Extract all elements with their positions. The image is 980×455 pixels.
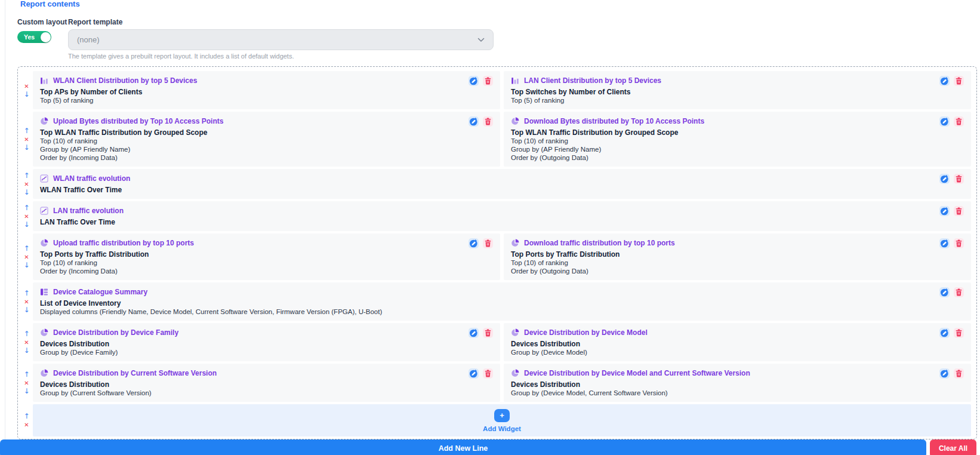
move-line-up-button[interactable]: ↑ (23, 371, 29, 379)
widget-detail: Group by (Device Model, Current Software… (511, 389, 964, 397)
move-line-down-button[interactable]: ↓ (23, 306, 29, 314)
edit-widget-button[interactable] (469, 116, 479, 127)
remove-line-button[interactable]: ✕ (24, 421, 29, 429)
move-line-down-button[interactable]: ↓ (23, 262, 29, 269)
edit-widget-button[interactable] (469, 238, 479, 248)
widget-title[interactable]: Device Catalogue Summary (53, 288, 147, 296)
clear-all-button[interactable]: Clear All (930, 439, 976, 455)
move-line-up-button[interactable]: ↑ (23, 413, 29, 420)
edit-widget-button[interactable] (939, 174, 950, 184)
widget-subtitle: List of Device Inventory (40, 299, 964, 308)
edit-widget-button[interactable] (469, 76, 479, 86)
move-line-down-button[interactable]: ↓ (23, 388, 29, 395)
delete-widget-button[interactable] (954, 238, 964, 248)
widget-title[interactable]: Download Bytes distributed by Top 10 Acc… (524, 117, 704, 125)
widget-card: Device Distribution by Current Software … (33, 364, 500, 402)
widget-title[interactable]: Device Distribution by Device Model (524, 328, 648, 337)
widget-title[interactable]: Upload traffic distribution by top 10 po… (53, 239, 194, 247)
pie-chart-icon (40, 239, 48, 247)
delete-widget-button[interactable] (483, 368, 493, 379)
line-chart-icon (40, 207, 48, 215)
widget-detail: Top (10) of ranking (40, 259, 493, 267)
delete-widget-button[interactable] (483, 76, 493, 86)
edit-widget-button[interactable] (939, 287, 950, 297)
move-line-down-button[interactable]: ↓ (23, 144, 29, 152)
add-widget-line: ↑ ✕ + Add Widget (20, 404, 971, 436)
widget-title[interactable]: Upload Bytes distributed by Top 10 Acces… (53, 117, 223, 125)
widget-card: Download Bytes distributed by Top 10 Acc… (504, 112, 971, 167)
widget-title[interactable]: Device Distribution by Device Family (53, 328, 178, 337)
edit-widget-button[interactable] (469, 328, 479, 338)
toggle-knob[interactable] (41, 32, 51, 42)
delete-widget-button[interactable] (483, 328, 493, 338)
delete-widget-button[interactable] (954, 206, 964, 216)
move-line-up-button[interactable]: ↑ (23, 127, 29, 135)
add-widget-label[interactable]: Add Widget (483, 425, 521, 432)
widget-subtitle: Top WLAN Traffic Distribution by Grouped… (40, 128, 493, 137)
widget-title[interactable]: Device Distribution by Current Software … (53, 369, 217, 377)
move-line-down-button[interactable]: ↓ (23, 189, 29, 196)
edit-widget-button[interactable] (939, 206, 950, 216)
report-contents-panel: Report contents Custom layout Report tem… (17, 0, 977, 439)
move-line-up-button[interactable]: ↑ (23, 330, 29, 338)
edit-widget-button[interactable] (939, 368, 950, 379)
move-line-up-button[interactable]: ↑ (23, 245, 29, 253)
widget-title[interactable]: LAN traffic evolution (53, 207, 124, 215)
move-line-up-button[interactable]: ↑ (23, 204, 29, 212)
remove-line-button[interactable]: ✕ (24, 379, 29, 387)
delete-widget-button[interactable] (954, 368, 964, 379)
remove-line-button[interactable]: ✕ (24, 82, 29, 90)
widget-subtitle: Devices Distribution (40, 340, 493, 348)
widget-card: WLAN traffic evolution WLAN Traffic Over… (33, 169, 971, 199)
move-line-up-button[interactable]: ↑ (23, 172, 29, 180)
delete-widget-button[interactable] (954, 287, 964, 297)
widget-subtitle: Top Switches by Number of Clients (511, 88, 964, 96)
report-widgets-container: ✕ ↓ WLAN Client Distribution by top 5 De… (17, 66, 977, 439)
widget-card: LAN traffic evolution LAN Traffic Over T… (33, 201, 971, 231)
toggle-on-label: Yes (17, 33, 35, 41)
remove-line-button[interactable]: ✕ (24, 136, 29, 143)
bar-chart-icon (511, 76, 519, 85)
delete-widget-button[interactable] (954, 76, 964, 86)
widget-card: Device Catalogue Summary List of Device … (33, 282, 971, 321)
edit-widget-button[interactable] (939, 328, 950, 338)
edit-widget-button[interactable] (469, 368, 479, 379)
widget-detail: Top (10) of ranking (40, 137, 493, 145)
delete-widget-button[interactable] (954, 116, 964, 127)
move-line-down-button[interactable]: ↓ (23, 221, 29, 229)
remove-line-button[interactable]: ✕ (24, 180, 29, 188)
remove-line-button[interactable]: ✕ (24, 253, 29, 261)
delete-widget-button[interactable] (954, 174, 964, 184)
widget-subtitle: Devices Distribution (40, 380, 493, 389)
add-new-line-button[interactable]: Add New Line (0, 439, 926, 455)
edit-widget-button[interactable] (939, 238, 950, 248)
widget-subtitle: LAN Traffic Over Time (40, 218, 964, 226)
edit-widget-button[interactable] (939, 76, 950, 86)
move-line-up-button[interactable]: ↑ (23, 290, 29, 297)
widget-title[interactable]: Device Distribution by Device Model and … (524, 369, 750, 377)
custom-layout-toggle[interactable]: Yes (17, 31, 51, 43)
custom-layout-label: Custom layout (17, 18, 68, 26)
delete-widget-button[interactable] (483, 116, 493, 127)
report-template-select[interactable]: (none) (68, 29, 494, 50)
widget-title[interactable]: WLAN Client Distribution by top 5 Device… (53, 76, 197, 85)
move-line-down-button[interactable]: ↓ (23, 91, 29, 99)
widget-subtitle: Top APs by Number of Clients (40, 88, 493, 96)
panel-left-divider (5, 0, 5, 455)
widget-title[interactable]: WLAN traffic evolution (53, 174, 130, 183)
remove-line-button[interactable]: ✕ (24, 298, 29, 306)
remove-line-button[interactable]: ✕ (24, 339, 29, 346)
widget-detail: Top (5) of ranking (511, 96, 964, 104)
add-widget-dropzone[interactable]: + Add Widget (33, 404, 971, 436)
widget-title[interactable]: LAN Client Distribution by top 5 Devices (524, 76, 661, 85)
widget-subtitle: Top Ports by Traffic Distribution (511, 250, 964, 259)
edit-widget-button[interactable] (939, 116, 950, 127)
report-template-value: (none) (77, 35, 477, 44)
move-line-down-button[interactable]: ↓ (23, 347, 29, 355)
delete-widget-button[interactable] (483, 238, 493, 248)
plus-icon: + (500, 411, 504, 420)
remove-line-button[interactable]: ✕ (24, 213, 29, 220)
delete-widget-button[interactable] (954, 328, 964, 338)
add-widget-button[interactable]: + (494, 409, 510, 422)
widget-title[interactable]: Download traffic distribution by top 10 … (524, 239, 675, 247)
